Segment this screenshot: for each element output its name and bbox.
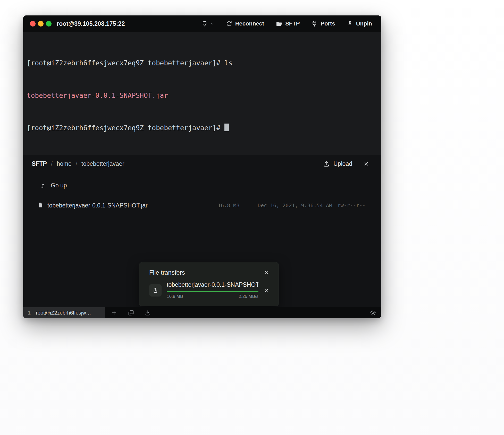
titlebar-actions: Reconnect SFTP Ports bbox=[201, 20, 372, 27]
tab-bar: 1 root@iZ2zebrh6ffesjw… bbox=[23, 307, 381, 318]
breadcrumb-separator: / bbox=[51, 160, 53, 167]
reconnect-button[interactable]: Reconnect bbox=[226, 20, 264, 27]
minimize-window-button[interactable] bbox=[38, 21, 44, 27]
close-window-button[interactable] bbox=[30, 21, 36, 27]
terminal-pane[interactable]: [root@iZ2zebrh6ffesjwecx7eq9Z tobebetter… bbox=[23, 32, 381, 155]
terminal-app-window: root@39.105.208.175:22 Reconnect bbox=[23, 15, 381, 318]
upload-button[interactable]: Upload bbox=[323, 160, 352, 167]
settings-button[interactable] bbox=[369, 309, 376, 316]
sftp-toolbar-label: SFTP bbox=[285, 20, 300, 27]
gear-icon bbox=[369, 309, 376, 316]
titlebar: root@39.105.208.175:22 Reconnect bbox=[23, 15, 381, 32]
reconnect-icon bbox=[226, 20, 232, 27]
file-icon bbox=[38, 202, 44, 209]
unpin-button[interactable]: Unpin bbox=[347, 20, 372, 27]
transfer-direction-badge bbox=[149, 284, 162, 297]
transfer-cancel-button[interactable] bbox=[264, 287, 270, 293]
breadcrumb-root: SFTP bbox=[32, 160, 47, 167]
file-transfers-header: File transfers bbox=[149, 269, 270, 276]
downloads-button[interactable] bbox=[145, 310, 151, 316]
file-transfers-close-button[interactable] bbox=[264, 269, 270, 276]
transfer-item: tobebetterjavaer-0.0.1-SNAPSHOT.jar 16.8… bbox=[149, 281, 270, 299]
transfer-stats: 16.8 MB 2.26 MB/s bbox=[167, 294, 258, 299]
terminal-tab[interactable]: 1 root@iZ2zebrh6ffesjw… bbox=[23, 307, 105, 318]
breadcrumb: SFTP / home / tobebetterjavaer bbox=[32, 160, 124, 167]
arrow-up-icon bbox=[40, 182, 46, 189]
upload-icon bbox=[323, 160, 330, 167]
window-title: root@39.105.208.175:22 bbox=[57, 20, 125, 27]
terminal-output-line: tobebetterjavaer-0.0.1-SNAPSHOT.jar bbox=[27, 90, 378, 101]
transfer-file-name: tobebetterjavaer-0.0.1-SNAPSHOT.jar bbox=[167, 281, 258, 288]
transfer-progress-fill bbox=[167, 291, 258, 292]
upload-label: Upload bbox=[333, 160, 352, 167]
ports-label: Ports bbox=[321, 20, 335, 27]
terminal-prompt-text: [root@iZ2zebrh6ffesjwecx7eq9Z tobebetter… bbox=[27, 124, 220, 132]
file-name: tobebetterjavaer-0.0.1-SNAPSHOT.jar bbox=[47, 202, 218, 209]
chevron-down-icon bbox=[210, 22, 214, 26]
unpin-label: Unpin bbox=[356, 20, 372, 27]
file-size: 16.8 MB bbox=[218, 202, 258, 208]
terminal-prompt-line: [root@iZ2zebrh6ffesjwecx7eq9Z tobebetter… bbox=[27, 123, 378, 133]
close-icon bbox=[363, 161, 369, 167]
sftp-close-button[interactable] bbox=[363, 161, 369, 167]
window-controls bbox=[30, 21, 52, 27]
file-modified-date: Dec 16, 2021, 9:36:54 AM bbox=[258, 202, 338, 208]
terminal-cursor bbox=[224, 124, 229, 131]
transfer-size: 16.8 MB bbox=[167, 294, 183, 299]
share-upload-icon bbox=[152, 287, 158, 293]
folder-icon bbox=[275, 20, 282, 27]
sftp-header: SFTP / home / tobebetterjavaer Upload bbox=[23, 155, 381, 172]
file-row[interactable]: tobebetterjavaer-0.0.1-SNAPSHOT.jar 16.8… bbox=[23, 199, 381, 212]
transfer-speed: 2.26 MB/s bbox=[239, 294, 258, 299]
go-up-label: Go up bbox=[51, 182, 67, 189]
breadcrumb-separator: / bbox=[76, 160, 77, 167]
file-transfers-title: File transfers bbox=[149, 269, 185, 276]
go-up-row[interactable]: Go up bbox=[23, 179, 131, 192]
tab-title: root@iZ2zebrh6ffesjw… bbox=[36, 310, 91, 316]
sftp-toolbar-button[interactable]: SFTP bbox=[275, 20, 300, 27]
file-permissions: rw-r--r-- bbox=[338, 202, 366, 208]
tab-index: 1 bbox=[28, 310, 31, 316]
zoom-window-button[interactable] bbox=[46, 21, 52, 27]
pin-icon bbox=[347, 20, 353, 27]
file-transfers-popup: File transfers tobebetterjavaer-0.0.1-SN… bbox=[139, 262, 279, 306]
download-icon bbox=[145, 310, 151, 316]
ports-button[interactable]: Ports bbox=[311, 20, 335, 27]
new-tab-button[interactable] bbox=[111, 309, 117, 316]
reconnect-label: Reconnect bbox=[235, 20, 264, 27]
transfer-progress-track bbox=[167, 291, 258, 292]
appearance-dropdown-button[interactable] bbox=[201, 20, 214, 27]
transfer-details: tobebetterjavaer-0.0.1-SNAPSHOT.jar 16.8… bbox=[167, 281, 258, 299]
plug-icon bbox=[311, 20, 318, 27]
sftp-actions: Upload bbox=[323, 160, 369, 167]
panes-copy-icon bbox=[128, 310, 134, 316]
desktop-background: root@39.105.208.175:22 Reconnect bbox=[0, 0, 504, 435]
close-icon bbox=[264, 287, 270, 293]
plus-icon bbox=[111, 309, 117, 316]
split-panes-button[interactable] bbox=[128, 310, 134, 316]
breadcrumb-item-current[interactable]: tobebetterjavaer bbox=[81, 160, 124, 167]
close-icon bbox=[264, 269, 270, 276]
lightbulb-icon bbox=[201, 20, 208, 27]
terminal-command-line: [root@iZ2zebrh6ffesjwecx7eq9Z tobebetter… bbox=[27, 58, 378, 68]
tabbar-icons bbox=[111, 309, 151, 316]
breadcrumb-item-home[interactable]: home bbox=[57, 160, 72, 167]
